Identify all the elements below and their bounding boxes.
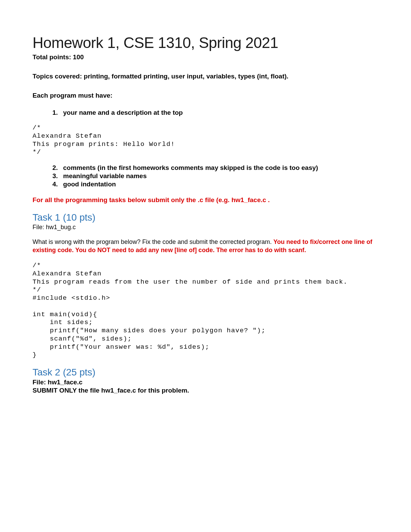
code-comment-example: /* Alexandra Stefan This program prints:… xyxy=(33,124,378,157)
requirements-intro: Each program must have: xyxy=(33,92,378,99)
list-number: 3. xyxy=(52,172,61,180)
total-points: Total points: 100 xyxy=(33,53,378,61)
task-1-desc-plain: What is wrong with the program below? Fi… xyxy=(33,238,273,245)
topics-covered: Topics covered: printing, formatted prin… xyxy=(33,73,378,80)
requirement-4: 4. good indentation xyxy=(52,181,378,188)
list-number: 4. xyxy=(52,181,61,188)
requirements-list-top: 1. your name and a description at the to… xyxy=(33,109,378,116)
task-2-submit: SUBMIT ONLY the file hw1_face.c for this… xyxy=(33,387,378,394)
task-1-heading: Task 1 (10 pts) xyxy=(33,212,378,223)
page-title: Homework 1, CSE 1310, Spring 2021 xyxy=(33,34,378,51)
list-number: 2. xyxy=(52,164,61,172)
task-2-heading: Task 2 (25 pts) xyxy=(33,367,378,378)
task-1-code: /* Alexandra Stefan This program reads f… xyxy=(33,262,378,359)
list-text: good indentation xyxy=(63,181,116,188)
requirement-2: 2. comments (in the first homeworks comm… xyxy=(52,164,378,172)
requirement-1: 1. your name and a description at the to… xyxy=(52,109,378,116)
list-text: comments (in the first homeworks comment… xyxy=(63,164,318,171)
list-text: meaningful variable names xyxy=(63,172,147,180)
task-1-file: File: hw1_bug.c xyxy=(33,224,378,231)
requirement-3: 3. meaningful variable names xyxy=(52,172,378,180)
task-1-description: What is wrong with the program below? Fi… xyxy=(33,238,378,255)
task-2-file: File: hw1_face.c xyxy=(33,379,378,386)
requirements-list-rest: 2. comments (in the first homeworks comm… xyxy=(33,164,378,188)
list-number: 1. xyxy=(52,109,61,116)
submit-notice: For all the programming tasks below subm… xyxy=(33,196,378,205)
list-text: your name and a description at the top xyxy=(63,109,183,116)
